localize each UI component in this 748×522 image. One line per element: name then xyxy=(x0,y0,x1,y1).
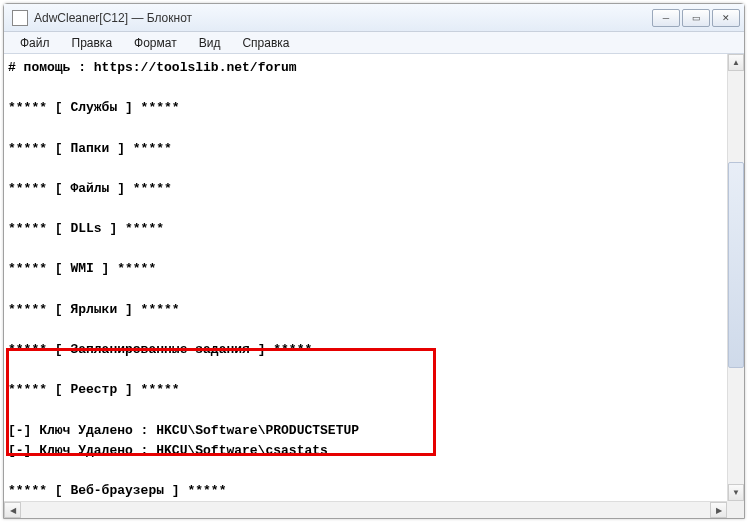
scroll-down-button[interactable]: ▼ xyxy=(728,484,744,501)
bottom-scroll-row: ◀ ▶ xyxy=(4,501,744,518)
minimize-button[interactable]: ─ xyxy=(652,9,680,27)
scrollbar-corner xyxy=(727,501,744,518)
menu-view[interactable]: Вид xyxy=(189,34,231,52)
window-title: AdwCleaner[C12] — Блокнот xyxy=(34,11,652,25)
maximize-button[interactable]: ▭ xyxy=(682,9,710,27)
content-area: # помощь : https://toolslib.net/forum **… xyxy=(4,54,744,501)
menu-help[interactable]: Справка xyxy=(232,34,299,52)
scroll-right-button[interactable]: ▶ xyxy=(710,502,727,518)
horizontal-scrollbar: ◀ ▶ xyxy=(4,501,727,518)
menubar: Файл Правка Формат Вид Справка xyxy=(4,32,744,54)
app-icon xyxy=(12,10,28,26)
scroll-up-button[interactable]: ▲ xyxy=(728,54,744,71)
menu-format[interactable]: Формат xyxy=(124,34,187,52)
scroll-track-horizontal[interactable] xyxy=(21,502,710,518)
vertical-scrollbar: ▲ ▼ xyxy=(727,54,744,501)
menu-edit[interactable]: Правка xyxy=(62,34,123,52)
menu-file[interactable]: Файл xyxy=(10,34,60,52)
scroll-thumb-vertical[interactable] xyxy=(728,162,744,369)
titlebar[interactable]: AdwCleaner[C12] — Блокнот ─ ▭ ✕ xyxy=(4,4,744,32)
scroll-track-vertical[interactable] xyxy=(728,71,744,484)
notepad-window: AdwCleaner[C12] — Блокнот ─ ▭ ✕ Файл Пра… xyxy=(3,3,745,519)
scroll-left-button[interactable]: ◀ xyxy=(4,502,21,518)
close-button[interactable]: ✕ xyxy=(712,9,740,27)
text-editor[interactable]: # помощь : https://toolslib.net/forum **… xyxy=(4,54,727,501)
window-controls: ─ ▭ ✕ xyxy=(652,9,740,27)
